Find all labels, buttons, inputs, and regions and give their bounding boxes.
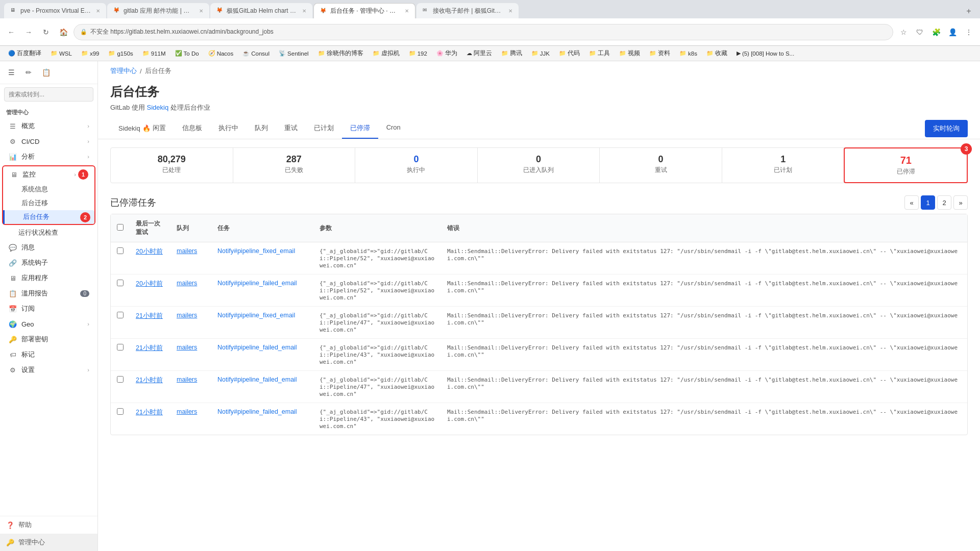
- tab-sidekiq[interactable]: Sidekiq 🔥 闲置: [110, 118, 174, 139]
- bookmark-k8s[interactable]: 📁k8s: [675, 49, 701, 58]
- sidebar-item-abuse[interactable]: 📋 滥用报告 0: [2, 286, 95, 301]
- shield-button[interactable]: 🛡: [913, 25, 927, 39]
- bookmark-百度翻译[interactable]: 🔵百度翻译: [4, 48, 45, 58]
- sidebar-item-cicd[interactable]: ⚙ CI/CD ›: [2, 134, 95, 149]
- sidebar-action2[interactable]: 📋: [39, 65, 53, 80]
- sidebar-subitem-migration[interactable]: 后台迁移: [5, 196, 92, 210]
- browser-tab-4[interactable]: 🦊后台任务 · 管理中心 · GitLab✕: [313, 3, 415, 18]
- bookmark-to-do[interactable]: ✅To Do: [171, 49, 203, 58]
- tab-scheduled[interactable]: 已计划: [306, 118, 342, 139]
- row-check-2[interactable]: [117, 312, 124, 318]
- sidebar-item-deploykeys[interactable]: 🔑 部署密钥: [2, 332, 95, 347]
- tab-dashboard[interactable]: 信息板: [174, 118, 210, 139]
- tab-cron[interactable]: Cron: [378, 118, 409, 139]
- browser-tab-3[interactable]: 🦊极狐GitLab Helm chart 部署...✕: [210, 3, 312, 18]
- profile-button[interactable]: 👤: [945, 25, 960, 39]
- sidekiq-link[interactable]: Sidekiq: [147, 104, 169, 111]
- retry-link-3[interactable]: 21小时前: [136, 344, 163, 352]
- bookmark-consul[interactable]: ☕Consul: [238, 49, 274, 58]
- queue-link-3[interactable]: mailers: [177, 344, 197, 351]
- sidebar-help-item[interactable]: ❓ 帮助: [0, 516, 97, 534]
- bookmark-sentinel[interactable]: 📡Sentinel: [275, 49, 313, 58]
- bookmark-收藏[interactable]: 📁收藏: [702, 48, 731, 58]
- retry-link-4[interactable]: 21小时前: [136, 377, 163, 384]
- sidebar-item-labels[interactable]: 🏷 标记: [2, 347, 95, 362]
- bookmark-视频[interactable]: 📁视频: [615, 48, 644, 58]
- tab-retries[interactable]: 重试: [276, 118, 306, 139]
- bookmark-徐晓伟的博客[interactable]: 📁徐晓伟的博客: [314, 48, 368, 58]
- sidebar-compose[interactable]: ✏: [21, 65, 36, 80]
- bookmark-阿里云[interactable]: ☁阿里云: [462, 48, 496, 58]
- bookmark-192[interactable]: 📁192: [405, 49, 431, 58]
- row-check-3[interactable]: [117, 344, 124, 350]
- sidebar-item-messages[interactable]: 💬 消息: [2, 240, 95, 255]
- tab-running[interactable]: 执行中: [210, 118, 247, 139]
- bookmark-jjk[interactable]: 📁JJK: [527, 49, 554, 58]
- row-check-1[interactable]: [117, 280, 124, 286]
- retry-link-0[interactable]: 20小时前: [136, 248, 163, 255]
- reload-button[interactable]: ↻: [39, 25, 53, 39]
- pagination-page1[interactable]: 1: [921, 195, 935, 210]
- sidebar-subitem-runcheck[interactable]: 运行状况检查: [2, 226, 95, 240]
- tab-close-2[interactable]: ✕: [199, 8, 203, 14]
- queue-link-4[interactable]: mailers: [177, 376, 197, 383]
- browser-tab-5[interactable]: ✉接收电子邮件 | 极狐GitLab✕: [416, 3, 519, 18]
- sidebar-item-hooks[interactable]: 🔗 系统钩子: [2, 255, 95, 270]
- sidebar-item-analytics[interactable]: 📊 分析 ›: [2, 149, 95, 164]
- bookmark-虚拟机[interactable]: 📁虚拟机: [369, 48, 404, 58]
- tab-queues[interactable]: 队列: [247, 118, 276, 139]
- row-check-4[interactable]: [117, 376, 124, 383]
- back-button[interactable]: ←: [4, 25, 18, 39]
- retry-link-2[interactable]: 21小时前: [136, 312, 163, 319]
- queue-link-2[interactable]: mailers: [177, 312, 197, 319]
- tab-close-1[interactable]: ✕: [96, 8, 100, 14]
- bookmark-nacos[interactable]: 🧭Nacos: [204, 49, 238, 58]
- sidebar-subitem-sysinfo[interactable]: 系统信息: [5, 183, 92, 196]
- pagination-page2[interactable]: 2: [937, 195, 951, 210]
- sidebar-item-overview[interactable]: ☰ 概览 ›: [2, 118, 95, 134]
- home-button[interactable]: 🏠: [56, 25, 70, 39]
- sidebar-subitem-bgjobs[interactable]: 后台任务: [7, 210, 78, 224]
- sidebar-item-applications[interactable]: 🖥 应用程序: [2, 270, 95, 286]
- bookmark-代码[interactable]: 📁代码: [555, 48, 584, 58]
- new-tab-button[interactable]: +: [962, 4, 976, 18]
- tab-close-4[interactable]: ✕: [405, 8, 409, 14]
- sidebar-search-input[interactable]: [4, 87, 93, 102]
- queue-link-1[interactable]: mailers: [177, 280, 197, 287]
- bookmark-工具[interactable]: 📁工具: [585, 48, 614, 58]
- address-bar[interactable]: 🔒 不安全 https://gitlab.test.helm.xuxiaowei…: [74, 24, 893, 40]
- sidebar-item-geo[interactable]: 🌍 Geo ›: [2, 316, 95, 332]
- sidebar-item-monitor[interactable]: 🖥 监控 › 1: [3, 166, 94, 183]
- row-check-5[interactable]: [117, 408, 124, 415]
- bookmark-x99[interactable]: 📁x99: [77, 49, 104, 58]
- sidebar-item-settings[interactable]: ⚙ 设置 ›: [2, 362, 95, 378]
- retry-link-5[interactable]: 21小时前: [136, 409, 163, 416]
- pagination-next[interactable]: »: [953, 195, 968, 210]
- tab-stalled[interactable]: 已停滞: [342, 118, 378, 139]
- queue-link-0[interactable]: mailers: [177, 247, 197, 255]
- realtime-button[interactable]: 实时轮询: [925, 120, 968, 137]
- sidebar-toggle[interactable]: ☰: [4, 65, 18, 80]
- sidebar-admin-item[interactable]: 🔑 管理中心: [0, 534, 97, 551]
- forward-button[interactable]: →: [21, 25, 36, 39]
- bookmark-g150s[interactable]: 📁g150s: [104, 49, 137, 58]
- bookmark-(5)-[008]-how-to-s...[interactable]: ▶(5) [008] How to S...: [732, 49, 798, 58]
- select-all-checkbox[interactable]: [117, 224, 124, 231]
- tab-close-5[interactable]: ✕: [508, 8, 512, 14]
- sidebar-item-subscription[interactable]: 📅 订阅: [2, 301, 95, 316]
- bookmark-华为[interactable]: 🌸华为: [432, 48, 461, 58]
- bookmark-star-button[interactable]: ☆: [896, 25, 911, 39]
- pagination-prev[interactable]: «: [904, 195, 919, 210]
- breadcrumb-admin-link[interactable]: 管理中心: [110, 66, 137, 76]
- menu-button[interactable]: ⋮: [962, 25, 976, 39]
- bookmark-腾讯[interactable]: 📁腾讯: [497, 48, 526, 58]
- tab-close-3[interactable]: ✕: [302, 8, 306, 14]
- browser-tab-2[interactable]: 🦊gitlab 应用 邮件功能 | GitLab...✕: [107, 3, 209, 18]
- queue-link-5[interactable]: mailers: [177, 408, 197, 415]
- browser-tab-1[interactable]: 🖥pve - Proxmox Virtual Enviro...✕: [4, 3, 106, 18]
- bookmark-资料[interactable]: 📁资料: [645, 48, 674, 58]
- retry-link-1[interactable]: 20小时前: [136, 280, 163, 287]
- row-check-0[interactable]: [117, 247, 124, 254]
- bookmark-911m[interactable]: 📁911M: [138, 49, 170, 58]
- extensions-button[interactable]: 🧩: [929, 25, 943, 39]
